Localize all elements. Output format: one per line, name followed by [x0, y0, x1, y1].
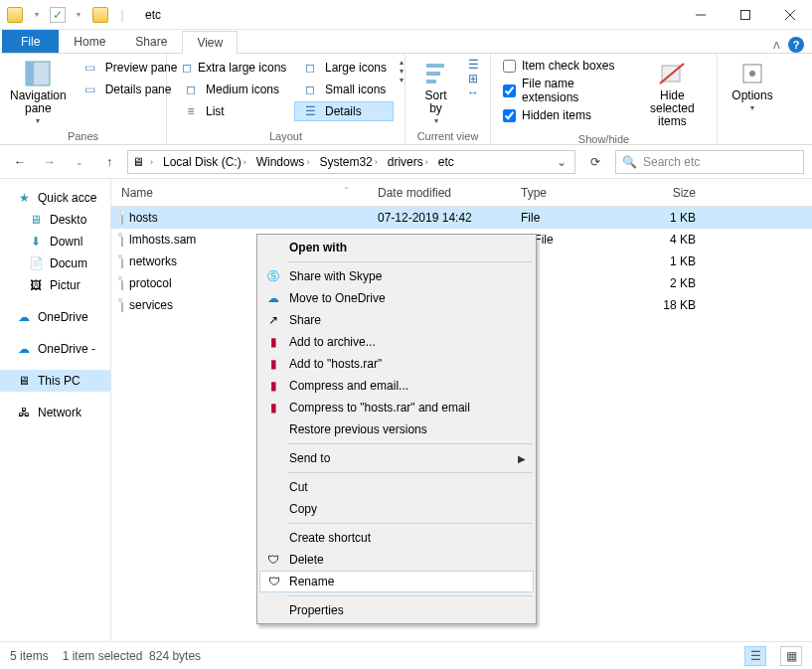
address-bar[interactable]: 🖥 › Local Disk (C:) › Windows › System32… [127, 150, 575, 174]
group-label-current-view: Current view [413, 128, 482, 142]
group-by-icon[interactable]: ☰ [464, 58, 482, 72]
nav-pictures[interactable]: 🖼Pictur [0, 274, 110, 296]
cloud-icon: ☁ [265, 290, 281, 306]
view-details-button[interactable]: ☰ [744, 646, 766, 666]
crumb[interactable]: Local Disk (C:) › [159, 155, 250, 169]
ctx-cut[interactable]: Cut [259, 476, 534, 498]
layout-scroll-up-icon[interactable]: ▴ [400, 58, 404, 67]
layout-list[interactable]: ≡List [175, 101, 288, 121]
minimize-button[interactable] [678, 0, 723, 30]
qat-dropdown2-icon[interactable]: ▾ [70, 6, 87, 24]
ribbon-collapse-icon[interactable]: ᐱ [773, 40, 780, 51]
ctx-rename[interactable]: 🛡Rename [259, 571, 534, 592]
nav-desktop[interactable]: 🖥Deskto [0, 209, 110, 231]
nav-onedrive[interactable]: ☁OneDrive [0, 306, 110, 328]
window-title: etc [137, 8, 169, 22]
ctx-move-onedrive[interactable]: ☁Move to OneDrive [259, 287, 534, 309]
ctx-share[interactable]: ↗Share [259, 309, 534, 331]
layout-scroll-down-icon[interactable]: ▾ [400, 67, 404, 76]
shield-icon: 🛡 [266, 574, 282, 589]
crumb[interactable]: System32 › [315, 155, 381, 169]
ctx-send-to[interactable]: Send to▶ [259, 447, 534, 469]
back-button[interactable]: ← [8, 150, 32, 174]
file-icon [121, 298, 123, 312]
svg-point-12 [749, 71, 755, 77]
nav-documents[interactable]: 📄Docum [0, 252, 110, 274]
options-button[interactable]: Options ▾ [726, 58, 779, 115]
tab-file[interactable]: File [2, 30, 59, 53]
rar-icon: ▮ [265, 378, 281, 394]
qat-dropdown-icon[interactable]: ▾ [28, 6, 46, 24]
crumb[interactable]: Windows › [252, 155, 314, 169]
column-type[interactable]: Type [511, 186, 626, 200]
file-icon [121, 211, 123, 225]
ctx-share-skype[interactable]: ⓈShare with Skype [259, 265, 534, 287]
layout-large[interactable]: ◻Large icons [294, 58, 394, 78]
skype-icon: Ⓢ [265, 268, 281, 284]
ctx-create-shortcut[interactable]: Create shortcut [259, 527, 534, 549]
search-input[interactable]: 🔍 Search etc [615, 150, 804, 174]
svg-rect-1 [740, 10, 749, 19]
help-icon[interactable]: ? [788, 37, 804, 53]
view-large-icons-button[interactable]: ▦ [780, 646, 802, 666]
refresh-button[interactable]: ⟳ [581, 150, 609, 174]
desktop-icon: 🖥 [28, 212, 44, 228]
ctx-open-with[interactable]: Open with [259, 237, 534, 258]
layout-extra-large[interactable]: ◻Extra large icons [175, 58, 288, 78]
ctx-compress-email[interactable]: ▮Compress and email... [259, 375, 534, 397]
nav-onedrive-business[interactable]: ☁OneDrive - [0, 338, 110, 360]
ctx-add-hosts-rar[interactable]: ▮Add to "hosts.rar" [259, 353, 534, 375]
crumb[interactable]: drivers › [384, 155, 432, 169]
ctx-add-archive[interactable]: ▮Add to archive... [259, 331, 534, 353]
add-columns-icon[interactable]: ⊞ [464, 72, 482, 85]
status-selected: 1 item selected 824 bytes [63, 649, 201, 663]
checkbox-item-check-boxes[interactable]: Item check boxes [499, 58, 630, 74]
ctx-compress-hosts-email[interactable]: ▮Compress to "hosts.rar" and email [259, 397, 534, 418]
rar-icon: ▮ [265, 356, 281, 372]
layout-expand-icon[interactable]: ▾ [400, 76, 404, 84]
size-columns-icon[interactable]: ↔ [464, 85, 482, 99]
checkbox-hidden-items[interactable]: Hidden items [499, 107, 630, 123]
tab-share[interactable]: Share [120, 30, 182, 53]
recent-locations-button[interactable]: ⌄ [68, 150, 91, 174]
status-item-count: 5 items [10, 649, 49, 663]
maximize-button[interactable] [723, 0, 767, 30]
tab-view[interactable]: View [182, 31, 238, 54]
column-date[interactable]: Date modified [368, 186, 511, 200]
layout-medium[interactable]: ◻Medium icons [175, 80, 288, 99]
qat-check-icon[interactable]: ✓ [50, 7, 66, 23]
nav-network[interactable]: 🖧Network [0, 402, 110, 423]
file-row[interactable]: hosts07-12-2019 14:42File1 KB [111, 207, 812, 229]
hide-selected-button[interactable]: Hide selected items [636, 58, 709, 131]
nav-downloads[interactable]: ⬇Downl [0, 231, 110, 252]
ribbon: Navigation pane ▾ ▭Preview pane ▭Details… [0, 54, 812, 145]
sort-by-button[interactable]: Sort by ▾ [413, 58, 458, 128]
ctx-delete[interactable]: 🛡Delete [259, 549, 534, 571]
column-headers: Name ˆ Date modified Type Size [111, 179, 812, 207]
navigation-pane-button[interactable]: Navigation pane ▾ [8, 58, 69, 128]
layout-details[interactable]: ☰Details [294, 101, 394, 121]
pictures-icon: 🖼 [28, 277, 44, 293]
layout-small[interactable]: ◻Small icons [294, 80, 394, 99]
nav-quick-access[interactable]: ★Quick acce [0, 187, 110, 209]
group-label-panes: Panes [8, 128, 158, 142]
checkbox-file-name-extensions[interactable]: File name extensions [499, 76, 630, 105]
tab-home[interactable]: Home [59, 30, 120, 53]
file-icon [121, 233, 123, 247]
close-button[interactable] [767, 0, 812, 30]
column-name[interactable]: Name ˆ [111, 186, 368, 200]
ctx-restore[interactable]: Restore previous versions [259, 418, 534, 440]
forward-button[interactable]: → [38, 150, 62, 174]
nav-this-pc[interactable]: 🖥This PC [0, 370, 110, 392]
pc-icon: 🖥 [132, 155, 144, 169]
cloud-icon: ☁ [16, 309, 32, 325]
crumb[interactable]: etc [434, 155, 458, 169]
svg-rect-7 [426, 72, 440, 76]
column-size[interactable]: Size [626, 186, 706, 200]
up-button[interactable]: ↑ [97, 150, 121, 174]
group-label-layout: Layout [175, 128, 397, 142]
ctx-properties[interactable]: Properties [259, 599, 534, 621]
download-icon: ⬇ [28, 234, 44, 250]
address-dropdown-icon[interactable]: ⌄ [553, 155, 570, 169]
ctx-copy[interactable]: Copy [259, 498, 534, 520]
